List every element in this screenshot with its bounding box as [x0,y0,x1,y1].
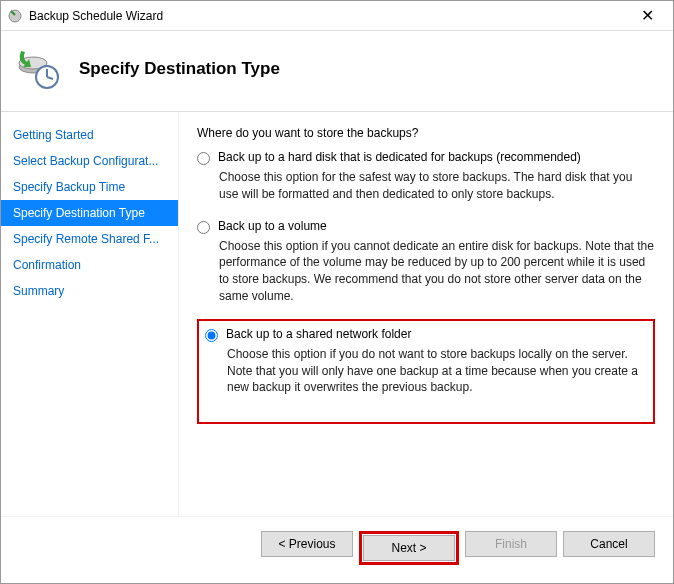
wizard-header: Specify Destination Type [1,31,673,112]
wizard-content: Where do you want to store the backups? … [179,112,673,516]
sidebar-step-6[interactable]: Summary [1,278,178,304]
option-2[interactable]: Back up to a shared network folder [205,327,647,342]
wizard-window: Backup Schedule Wizard ✕ Specify Destina… [0,0,674,584]
sidebar-step-1[interactable]: Select Backup Configurat... [1,148,178,174]
sidebar-step-3[interactable]: Specify Destination Type [1,200,178,226]
cancel-button-wrap: Cancel [563,531,655,565]
cancel-button[interactable]: Cancel [563,531,655,557]
option-label-1: Back up to a volume [218,219,327,234]
next-button-wrap: Next > [359,531,459,565]
wizard-steps-sidebar: Getting StartedSelect Backup Configurat.… [1,112,179,516]
sidebar-step-5[interactable]: Confirmation [1,252,178,278]
previous-button-wrap: < Previous [261,531,353,565]
finish-button-wrap: Finish [465,531,557,565]
question-text: Where do you want to store the backups? [197,126,655,140]
sidebar-step-4[interactable]: Specify Remote Shared F... [1,226,178,252]
titlebar: Backup Schedule Wizard ✕ [1,1,673,31]
option-desc-0: Choose this option for the safest way to… [219,169,655,203]
option-label-2: Back up to a shared network folder [226,327,411,342]
finish-button: Finish [465,531,557,557]
backup-icon [15,45,63,93]
destination-options: Back up to a hard disk that is dedicated… [197,150,655,424]
option-radio-2[interactable] [205,329,218,342]
option-label-0: Back up to a hard disk that is dedicated… [218,150,581,165]
option-desc-1: Choose this option if you cannot dedicat… [219,238,655,305]
option-0[interactable]: Back up to a hard disk that is dedicated… [197,150,655,165]
option-desc-2: Choose this option if you do not want to… [227,346,647,396]
option-radio-1[interactable] [197,221,210,234]
sidebar-step-0[interactable]: Getting Started [1,122,178,148]
wizard-footer: < Previous Next > Finish Cancel [1,516,673,583]
option-1[interactable]: Back up to a volume [197,219,655,234]
window-title: Backup Schedule Wizard [29,9,627,23]
option-radio-0[interactable] [197,152,210,165]
sidebar-step-2[interactable]: Specify Backup Time [1,174,178,200]
next-button[interactable]: Next > [363,535,455,561]
wizard-body: Getting StartedSelect Backup Configurat.… [1,112,673,516]
app-icon [7,8,23,24]
close-button[interactable]: ✕ [627,6,667,25]
page-title: Specify Destination Type [79,59,280,79]
previous-button[interactable]: < Previous [261,531,353,557]
